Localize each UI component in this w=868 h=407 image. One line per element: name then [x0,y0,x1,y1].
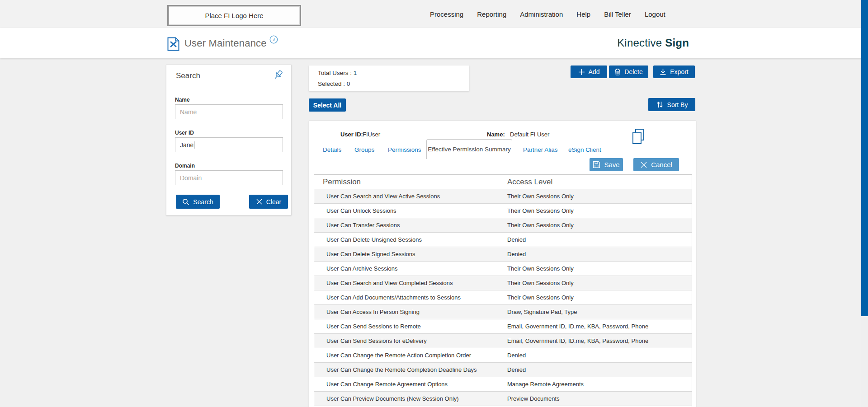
nav-help[interactable]: Help [576,10,590,18]
access-level-cell: Denied [507,251,692,257]
download-icon [660,68,666,75]
name-field-value: Default FI User [510,131,549,138]
nav-bill-teller[interactable]: Bill Teller [604,10,631,18]
brand-product: Sign [665,37,689,49]
table-row[interactable]: User Can Delete Unsigned Sessions Denied [314,232,692,247]
table-row[interactable]: User Can Change Remote Agreement Options… [314,377,692,391]
cancel-button-label: Cancel [651,161,672,168]
delete-button[interactable]: Delete [609,65,648,78]
access-level-cell: Their Own Sessions Only [507,207,692,214]
domain-label: Domain [175,163,195,169]
nav-logout[interactable]: Logout [645,10,665,18]
permission-cell: User Can Access In Person Signing [314,309,507,315]
brand-name: Kinective [617,37,662,49]
table-row[interactable]: User Can Send Sessions for eDelivery Ema… [314,333,692,348]
table-row[interactable]: User Can Search and View Active Sessions… [314,189,692,203]
table-row[interactable]: User Can Delete Signed Sessions Denied [314,247,692,261]
name-label: Name [175,97,190,103]
sort-by-button[interactable]: Sort By [648,98,695,111]
table-row[interactable]: User Can Add Documents/Attachments to Se… [314,290,692,304]
permission-cell: User Can Change Remote Agreement Options [314,381,507,388]
access-level-cell: Preview Documents [507,395,692,402]
user-id-value: Jane [180,141,193,149]
table-body: User Can Search and View Active Sessions… [314,189,692,407]
table-row[interactable]: User Can Change the Remote Action Comple… [314,348,692,362]
tab-partner-alias[interactable]: Partner Alias [523,146,558,153]
page-title: User Maintenance [184,37,267,49]
clear-x-icon [256,198,263,205]
permission-cell: User Can Change the Remote Action Comple… [314,352,507,359]
clear-button-label: Clear [266,198,281,206]
total-users-label: Total Users : [318,70,352,76]
name-field-label: Name: [487,131,505,138]
top-nav-bar: Place FI Logo Here Processing Reporting … [0,0,868,28]
plus-icon [578,69,585,75]
table-row[interactable]: User Can Transfer Sessions Their Own Ses… [314,218,692,232]
tab-esign-client[interactable]: eSign Client [568,146,601,153]
search-button[interactable]: Search [176,195,220,209]
results-summary: Total Users : 1 Selected : 0 [309,65,469,91]
permission-cell: User Can Transfer Sessions [314,222,507,229]
delete-button-label: Delete [624,68,642,75]
column-header-access-level: Access Level [507,178,692,187]
domain-input[interactable] [175,170,283,185]
copy-icon[interactable] [631,128,646,145]
page-scrollbar-track[interactable] [861,0,868,407]
sort-by-label: Sort By [667,101,688,108]
table-row[interactable]: User Can Unlock Sessions Their Own Sessi… [314,203,692,218]
nav-administration[interactable]: Administration [520,10,563,18]
clear-button[interactable]: Clear [249,195,288,209]
table-row[interactable]: User Can Preview Documents (New Session … [314,391,692,406]
permission-cell: User Can Archive Sessions [314,265,507,272]
permission-cell: User Can Add Documents/Attachments to Se… [314,294,507,301]
add-button[interactable]: Add [571,65,607,78]
search-panel-title: Search [176,71,200,80]
nav-reporting[interactable]: Reporting [477,10,506,18]
search-panel: Search Name User ID Jane Domain Search [166,65,292,215]
search-icon [182,198,189,206]
save-button-label: Save [604,161,619,168]
pin-icon[interactable] [272,69,285,82]
access-level-cell: Email, Government ID, ID.me, KBA, Passwo… [507,337,692,344]
user-id-label: User ID [175,130,194,136]
tab-groups[interactable]: Groups [354,146,374,153]
permission-cell: User Can Search and View Completed Sessi… [314,280,507,286]
table-row[interactable]: User Can Archive Sessions Their Own Sess… [314,261,692,276]
column-header-permission: Permission [314,178,507,187]
table-row[interactable]: User Can Send Sessions to Remote Email, … [314,319,692,333]
table-row[interactable]: User Can Access In Person Signing Draw, … [314,304,692,319]
tab-permissions[interactable]: Permissions [388,146,421,153]
total-users: Total Users : 1 [318,70,357,76]
permission-cell: User Can Preview Documents (New Session … [314,395,507,402]
save-button[interactable]: Save [590,158,623,171]
user-id-input[interactable]: Jane [175,137,283,152]
info-icon[interactable]: i [269,35,278,44]
permission-cell: User Can Search and View Active Sessions [314,193,507,200]
tab-details[interactable]: Details [323,146,341,153]
nav-processing[interactable]: Processing [430,10,463,18]
add-button-label: Add [589,68,600,75]
trash-icon [614,68,621,75]
table-row[interactable]: User Can Search and View Completed Sessi… [314,276,692,290]
cancel-button[interactable]: Cancel [633,158,679,171]
user-id-field-value: FIUser [363,131,380,138]
selected-value: 0 [347,80,350,87]
effective-permissions-table: Permission Access Level User Can Search … [314,174,692,407]
page: Place FI Logo Here Processing Reporting … [0,0,868,407]
access-level-cell: Their Own Sessions Only [507,280,692,286]
permission-cell: User Can Change the Remote Completion De… [314,366,507,373]
page-scrollbar-thumb[interactable] [861,0,868,316]
export-button[interactable]: Export [653,65,695,78]
name-input[interactable] [175,104,283,119]
select-all-button[interactable]: Select All [309,98,346,112]
permission-cell: User Can Unlock Sessions [314,207,507,214]
export-button-label: Export [670,68,688,75]
table-row[interactable]: User Can Change the Remote Completion De… [314,362,692,377]
svg-text:i: i [274,37,275,42]
save-floppy-icon [593,161,600,168]
fi-logo-placeholder: Place FI Logo Here [167,5,301,26]
access-level-cell: Their Own Sessions Only [507,193,692,200]
access-level-cell: Their Own Sessions Only [507,294,692,301]
tab-effective-permission-summary[interactable]: Effective Permission Summary [426,139,512,159]
access-level-cell: Draw, Signature Pad, Type [507,309,692,315]
